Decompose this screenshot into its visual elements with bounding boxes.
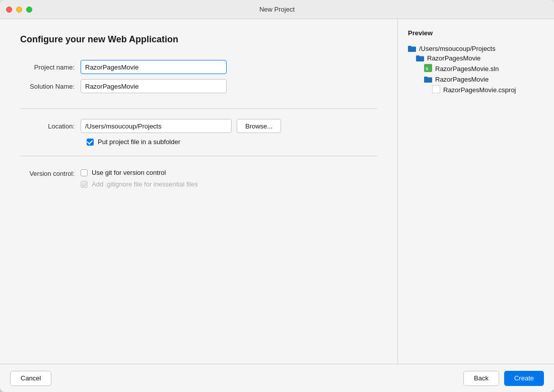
- titlebar: New Project: [0, 0, 554, 19]
- location-input[interactable]: [81, 119, 232, 133]
- tree-root-label: /Users/msoucoup/Projects: [419, 45, 496, 52]
- file-tree: /Users/msoucoup/Projects RazorPagesMovie: [408, 45, 544, 95]
- footer: Cancel Back Create: [0, 364, 554, 392]
- folder-icon: [424, 76, 432, 83]
- window-title: New Project: [259, 6, 295, 13]
- add-gitignore-label: Add .gitignore file for inessential file…: [92, 180, 198, 188]
- close-button[interactable]: [6, 7, 12, 13]
- tree-item-sln: S RazorPagesMovie.sln: [408, 64, 544, 74]
- subfolder-label: Put project file in a subfolder: [98, 138, 180, 146]
- version-options: Use git for version control Add .gitigno…: [81, 169, 198, 188]
- use-git-row: Use git for version control: [81, 169, 198, 176]
- tree-sln-label: RazorPagesMovie.sln: [435, 65, 499, 73]
- name-section: Project name: Solution Name:: [20, 60, 377, 109]
- preview-title: Preview: [408, 29, 544, 37]
- add-gitignore-checkbox: [81, 181, 88, 188]
- version-control-row: Version control: Use git for version con…: [20, 169, 377, 188]
- solution-name-label: Solution Name:: [20, 83, 81, 90]
- browse-button[interactable]: Browse...: [237, 119, 281, 133]
- project-name-row: Project name:: [20, 60, 377, 74]
- minimize-button[interactable]: [16, 7, 22, 13]
- project-name-input[interactable]: [81, 60, 227, 74]
- preview-panel: Preview /Users/msoucoup/Projects: [398, 19, 554, 364]
- svg-rect-2: [432, 85, 440, 93]
- traffic-lights: [6, 7, 32, 13]
- tree-item-root: /Users/msoucoup/Projects: [408, 45, 544, 52]
- csproj-icon: [432, 85, 440, 95]
- use-git-checkbox[interactable]: [81, 169, 88, 176]
- tree-item-csproj: RazorPagesMovie.csproj: [408, 85, 544, 95]
- location-section: Location: Browse... Put project file in …: [20, 119, 377, 156]
- content-area: Configure your new Web Application Proje…: [0, 19, 554, 364]
- tree-csproj-label: RazorPagesMovie.csproj: [443, 86, 516, 94]
- location-label: Location:: [20, 122, 81, 130]
- add-gitignore-row: Add .gitignore file for inessential file…: [81, 180, 198, 188]
- sln-icon: S: [424, 64, 432, 74]
- version-control-label: Version control:: [20, 169, 81, 177]
- tree-item-project-folder: RazorPagesMovie: [408, 54, 544, 62]
- folder-icon: [408, 45, 416, 52]
- cancel-button[interactable]: Cancel: [10, 371, 51, 386]
- maximize-button[interactable]: [26, 7, 32, 13]
- version-control-section: Version control: Use git for version con…: [20, 166, 377, 188]
- tree-subfolder-label: RazorPagesMovie: [435, 76, 489, 83]
- location-row: Location: Browse...: [20, 119, 377, 133]
- solution-name-input[interactable]: [81, 79, 227, 93]
- create-button[interactable]: Create: [504, 371, 544, 386]
- project-name-label: Project name:: [20, 63, 81, 71]
- subfolder-checkbox[interactable]: [87, 139, 94, 146]
- back-button[interactable]: Back: [463, 371, 499, 386]
- tree-project-folder-label: RazorPagesMovie: [427, 54, 480, 62]
- main-panel: Configure your new Web Application Proje…: [0, 19, 398, 364]
- solution-name-row: Solution Name:: [20, 79, 377, 93]
- use-git-label: Use git for version control: [92, 169, 166, 176]
- tree-item-subfolder: RazorPagesMovie: [408, 76, 544, 83]
- folder-icon: [416, 55, 424, 61]
- subfolder-row: Put project file in a subfolder: [87, 138, 377, 146]
- svg-text:S: S: [426, 67, 429, 71]
- window: New Project Configure your new Web Appli…: [0, 0, 554, 392]
- page-title: Configure your new Web Application: [20, 34, 377, 45]
